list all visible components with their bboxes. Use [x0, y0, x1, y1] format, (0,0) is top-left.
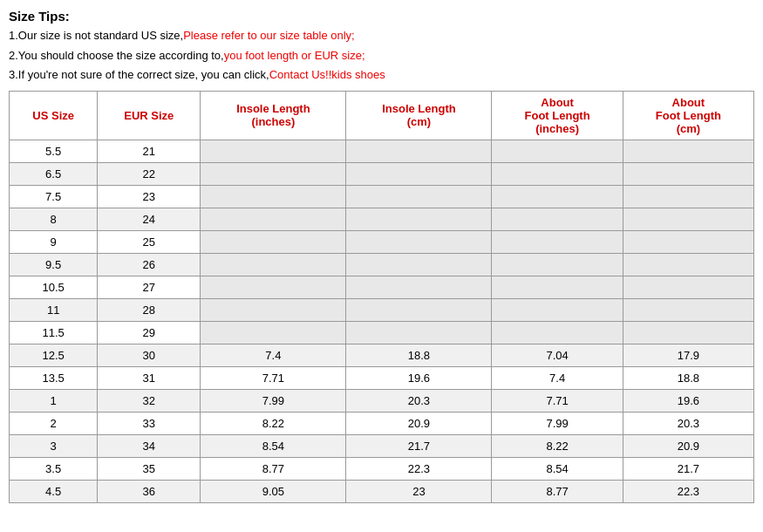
- table-cell: [623, 208, 753, 230]
- table-cell: 21.7: [623, 457, 753, 480]
- table-row: 9.526: [10, 253, 754, 276]
- table-row: 1128: [10, 298, 754, 321]
- table-cell: 7.99: [492, 412, 623, 434]
- table-cell: 13.5: [10, 366, 98, 389]
- table-cell: 4.5: [10, 480, 98, 502]
- table-cell: 3.5: [10, 457, 98, 480]
- table-row: 2338.2220.97.9920.3: [10, 412, 754, 434]
- table-row: 6.522: [10, 162, 754, 185]
- table-cell: [201, 230, 346, 253]
- col-insole-in: Insole Length(inches): [201, 91, 346, 140]
- table-cell: 31: [98, 366, 201, 389]
- table-cell: [346, 185, 492, 208]
- col-foot-in: AboutFoot Length(inches): [492, 91, 623, 140]
- table-header-row: US Size EUR Size Insole Length(inches) I…: [10, 91, 754, 140]
- table-cell: 35: [98, 457, 201, 480]
- table-cell: 27: [98, 276, 201, 298]
- size-table: US Size EUR Size Insole Length(inches) I…: [9, 91, 754, 503]
- table-cell: 20.9: [623, 434, 753, 457]
- table-cell: 18.8: [346, 344, 492, 366]
- table-cell: [492, 253, 623, 276]
- col-insole-cm: Insole Length(cm): [346, 91, 492, 140]
- table-cell: [623, 185, 753, 208]
- table-cell: 32: [98, 389, 201, 412]
- table-cell: 34: [98, 434, 201, 457]
- table-cell: [623, 298, 753, 321]
- table-cell: 8.54: [201, 434, 346, 457]
- table-cell: 8.54: [492, 457, 623, 480]
- table-cell: [201, 321, 346, 344]
- table-cell: 36: [98, 480, 201, 502]
- tip2-red: you foot length or EUR size;: [224, 49, 365, 62]
- table-cell: [623, 162, 753, 185]
- table-cell: 9.5: [10, 253, 98, 276]
- table-cell: 11.5: [10, 321, 98, 344]
- col-eur-size: EUR Size: [98, 91, 201, 140]
- table-cell: [346, 298, 492, 321]
- table-cell: [201, 208, 346, 230]
- tips-section: Size Tips: 1.Our size is not standard US…: [9, 9, 754, 84]
- table-cell: [346, 230, 492, 253]
- table-cell: 17.9: [623, 344, 753, 366]
- tip1-text: 1.Our size is not standard US size,: [9, 29, 183, 42]
- table-cell: 19.6: [346, 366, 492, 389]
- table-cell: 9.05: [201, 480, 346, 502]
- table-cell: [201, 276, 346, 298]
- table-cell: 22.3: [346, 457, 492, 480]
- table-cell: 21: [98, 140, 201, 162]
- table-cell: [346, 208, 492, 230]
- table-cell: [201, 162, 346, 185]
- table-cell: 22.3: [623, 480, 753, 502]
- tip3-line: 3.If you're not sure of the correct size…: [9, 66, 754, 84]
- table-body: 5.5216.5227.5238249259.52610.527112811.5…: [10, 140, 754, 502]
- table-row: 925: [10, 230, 754, 253]
- table-cell: 8.22: [492, 434, 623, 457]
- table-cell: [623, 253, 753, 276]
- table-cell: 2: [10, 412, 98, 434]
- table-cell: 25: [98, 230, 201, 253]
- table-row: 7.523: [10, 185, 754, 208]
- table-cell: 7.5: [10, 185, 98, 208]
- table-cell: 12.5: [10, 344, 98, 366]
- tip1-red: Please refer to our size table only;: [183, 29, 355, 42]
- table-cell: 23: [98, 185, 201, 208]
- table-cell: [201, 253, 346, 276]
- table-cell: 7.4: [492, 366, 623, 389]
- table-cell: 21.7: [346, 434, 492, 457]
- table-cell: [346, 162, 492, 185]
- table-cell: 10.5: [10, 276, 98, 298]
- table-cell: [492, 298, 623, 321]
- table-cell: 8: [10, 208, 98, 230]
- table-row: 12.5307.418.87.0417.9: [10, 344, 754, 366]
- table-cell: [623, 230, 753, 253]
- table-cell: 23: [346, 480, 492, 502]
- table-cell: 9: [10, 230, 98, 253]
- table-cell: [346, 253, 492, 276]
- table-row: 13.5317.7119.67.418.8: [10, 366, 754, 389]
- table-row: 824: [10, 208, 754, 230]
- table-cell: [492, 276, 623, 298]
- table-cell: [201, 298, 346, 321]
- table-cell: [346, 276, 492, 298]
- table-cell: [346, 140, 492, 162]
- table-row: 10.527: [10, 276, 754, 298]
- table-row: 1327.9920.37.7119.6: [10, 389, 754, 412]
- table-cell: [492, 208, 623, 230]
- table-cell: 6.5: [10, 162, 98, 185]
- table-cell: 22: [98, 162, 201, 185]
- table-row: 3.5358.7722.38.5421.7: [10, 457, 754, 480]
- table-cell: 28: [98, 298, 201, 321]
- table-cell: 7.04: [492, 344, 623, 366]
- table-cell: 7.4: [201, 344, 346, 366]
- table-cell: [492, 162, 623, 185]
- table-cell: 29: [98, 321, 201, 344]
- col-us-size: US Size: [10, 91, 98, 140]
- table-cell: 30: [98, 344, 201, 366]
- table-cell: 20.9: [346, 412, 492, 434]
- table-cell: [492, 140, 623, 162]
- table-cell: [623, 276, 753, 298]
- table-cell: 19.6: [623, 389, 753, 412]
- table-cell: 7.71: [201, 366, 346, 389]
- col-foot-cm: AboutFoot Length(cm): [623, 91, 753, 140]
- table-cell: [201, 185, 346, 208]
